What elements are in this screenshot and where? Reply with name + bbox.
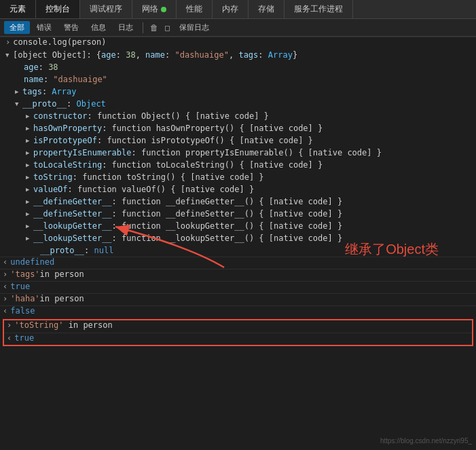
arrow-isprototypeof[interactable]: [26, 134, 33, 147]
val-undefined: undefined: [10, 257, 54, 267]
key-definegetter: __defineGetter__: [33, 195, 112, 208]
arrow-tostring[interactable]: [26, 171, 33, 183]
tab-performance[interactable]: 性能: [177, 0, 213, 18]
key-isprototypeof: isPrototypeOf: [33, 134, 97, 147]
gt-arrow3: ›: [7, 320, 12, 330]
tab-console[interactable]: 控制台: [36, 0, 80, 18]
proto-constructor-row[interactable]: constructor : function Object() { [nativ…: [0, 110, 476, 122]
val-haha-str: 'haha': [10, 294, 39, 303]
output-tostring-true: ‹ true: [4, 333, 472, 345]
obj-key-age: age: [101, 49, 116, 61]
gt-arrow1: ›: [3, 269, 7, 279]
proto-propisenum-row[interactable]: propertyIsEnumerable : function property…: [0, 147, 476, 159]
proto-tolocale-row[interactable]: toLocaleString : function toLocaleString…: [0, 159, 476, 171]
arrow-lookupgetter[interactable]: [26, 220, 33, 232]
prop-age-row: age : 38: [0, 61, 476, 73]
proto-lookupgetter-row[interactable]: __lookupGetter__ : function __lookupGett…: [0, 220, 476, 232]
filter-all[interactable]: 全部: [4, 21, 30, 34]
console-input-line: › console.log(person): [0, 37, 476, 49]
obj-sep2: :: [165, 49, 175, 61]
filter-error[interactable]: 错误: [31, 21, 57, 34]
top-nav: 元素 控制台 调试程序 网络 性能 内存 存储 服务工作进程: [0, 0, 476, 19]
object-header: [object Object]: [13, 49, 86, 61]
val-proto: Object: [76, 98, 105, 110]
clear-icon[interactable]: 🗑: [147, 22, 161, 34]
input-chevron: ›: [5, 37, 10, 47]
object-header-row[interactable]: [object Object] : { age : 38 , name : "d…: [0, 49, 476, 61]
arrow-name: [16, 73, 23, 86]
val-tostring-true: true: [14, 333, 34, 343]
sep-tags: :: [42, 86, 52, 98]
arrow-definegetter[interactable]: [26, 195, 33, 208]
key-tostring: toString: [33, 171, 73, 183]
url-watermark: https://blog.csdn.net/nzzyri95_: [380, 437, 472, 445]
val-proto2: null: [94, 244, 113, 257]
lt-arrow2: ‹: [3, 282, 7, 291]
tab-memory[interactable]: 内存: [213, 0, 249, 18]
output-undefined: ‹ undefined: [0, 257, 476, 269]
val-tostring: function toString() { [native code] }: [82, 171, 263, 183]
key-valueof: valueOf: [33, 183, 68, 195]
tab-service-worker[interactable]: 服务工作进程: [285, 0, 353, 18]
object-output: [object Object] : { age : 38 , name : "d…: [0, 49, 476, 257]
tab-storage[interactable]: 存储: [249, 0, 285, 18]
val-definegetter: function __defineGetter__() { [native co…: [122, 195, 342, 208]
arrow-hasown[interactable]: [26, 122, 33, 134]
key-lookupsetter: __lookupSetter__: [33, 232, 112, 244]
filter-preserve[interactable]: 保留日志: [174, 21, 215, 34]
arrow-valueof[interactable]: [26, 183, 33, 195]
proto-lookupsetter-row[interactable]: __lookupSetter__ : function __lookupSett…: [0, 232, 476, 244]
arrow-definesetter[interactable]: [26, 208, 33, 220]
object-expand-arrow[interactable]: [5, 49, 12, 61]
network-dot: [161, 7, 166, 12]
proto-definegetter-row[interactable]: __defineGetter__ : function __defineGett…: [0, 195, 476, 208]
output-tags-true: ‹ true: [0, 281, 476, 293]
key-propisenum: propertyIsEnumerable: [33, 147, 132, 159]
sep-name: :: [43, 73, 53, 86]
prop-proto-row[interactable]: __proto__ : Object: [0, 98, 476, 110]
obj-key-name: name: [145, 49, 165, 61]
val-age: 38: [48, 61, 58, 73]
lt-arrow3: ‹: [3, 306, 7, 316]
val-tags: Array: [52, 86, 76, 98]
checkbox-icon[interactable]: □: [162, 22, 172, 34]
obj-sep1: :: [116, 49, 126, 61]
filter-warn[interactable]: 警告: [58, 21, 84, 34]
output-haha-false: ‹ false: [0, 305, 476, 318]
proto-valueof-row[interactable]: valueOf : function valueOf() { [native c…: [0, 183, 476, 195]
filter-info[interactable]: 信息: [86, 21, 111, 34]
val-hasown: function hasOwnProperty() { [native code…: [112, 122, 323, 134]
tab-elements[interactable]: 元素: [0, 0, 36, 18]
filter-log[interactable]: 日志: [113, 21, 139, 34]
obj-val-tags: Array: [268, 49, 293, 61]
input-text: console.log(person): [13, 37, 106, 47]
val-haha-false: false: [10, 306, 35, 316]
arrow-constructor[interactable]: [26, 110, 33, 122]
val-tostring-str: 'toString': [14, 320, 63, 330]
key-lookupgetter: __lookupGetter__: [33, 220, 112, 232]
tab-network[interactable]: 网络: [132, 0, 177, 18]
proto-isprototypeof-row[interactable]: isPrototypeOf : function isPrototypeOf()…: [0, 134, 476, 147]
console-area: › console.log(person) [object Object] : …: [0, 37, 476, 450]
input-haha: › 'haha' in person: [0, 293, 476, 305]
separator: [143, 22, 143, 33]
key-constructor: constructor: [33, 110, 87, 122]
obj-end: }: [293, 49, 297, 61]
proto-definesetter-row[interactable]: __defineSetter__ : function __defineSett…: [0, 208, 476, 220]
proto-tostring-row[interactable]: toString : function toString() { [native…: [0, 171, 476, 183]
arrow-tags[interactable]: [15, 86, 22, 98]
prop-tags-row[interactable]: tags : Array: [0, 86, 476, 98]
proto-hasown-row[interactable]: hasOwnProperty : function hasOwnProperty…: [0, 122, 476, 134]
val-propisenum: function propertyIsEnumerable() { [nativ…: [141, 147, 382, 159]
obj-comma1: ,: [136, 49, 145, 61]
key-hasown: hasOwnProperty: [33, 122, 102, 134]
input-tostring: › 'toString' in person: [4, 320, 472, 333]
input-tags: › 'tags' in person: [0, 269, 476, 281]
arrow-propisenum[interactable]: [26, 147, 33, 159]
key-age: age: [24, 61, 39, 73]
tab-debugger[interactable]: 调试程序: [80, 0, 132, 18]
arrow-lookupsetter[interactable]: [26, 232, 33, 244]
arrow-tolocale[interactable]: [26, 159, 33, 171]
arrow-proto[interactable]: [15, 98, 22, 110]
key-name: name: [24, 73, 43, 86]
